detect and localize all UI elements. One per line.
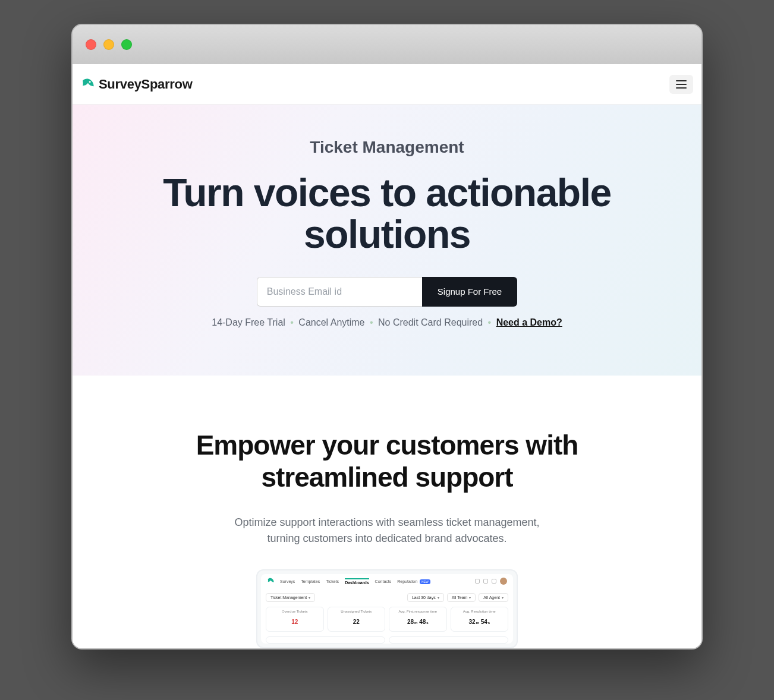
- section-heading: Empower your customers with streamlined …: [143, 429, 631, 494]
- svg-point-0: [89, 81, 91, 83]
- stat-unassigned: Unassigned Tickets 22: [328, 607, 386, 632]
- menu-button[interactable]: [669, 75, 693, 94]
- stat-resolution: Avg. Resolution time 32m 54s: [451, 607, 509, 632]
- top-nav: SurveySparrow: [73, 64, 701, 105]
- stat-value: 32m 54s: [468, 619, 490, 625]
- signup-button[interactable]: Signup For Free: [422, 277, 517, 307]
- sparrow-icon: [267, 577, 275, 585]
- window-titlebar: [73, 25, 701, 64]
- help-icon[interactable]: [492, 579, 496, 584]
- signup-form: Signup For Free: [96, 277, 678, 307]
- filter-date[interactable]: Last 30 days: [407, 593, 444, 602]
- stat-value: 22: [353, 619, 360, 625]
- expand-icon[interactable]: [475, 579, 480, 584]
- dashboard-header: Surveys Templates Tickets Dashboards Con…: [261, 574, 513, 588]
- minimize-icon[interactable]: [103, 39, 114, 50]
- support-section: Empower your customers with streamlined …: [73, 376, 701, 649]
- dashboard-preview: Surveys Templates Tickets Dashboards Con…: [256, 569, 518, 648]
- page-content: SurveySparrow Ticket Management Turn voi…: [73, 64, 701, 648]
- sparrow-icon: [81, 77, 96, 92]
- filter-team[interactable]: All Team: [447, 593, 476, 602]
- maximize-icon[interactable]: [121, 39, 132, 50]
- demo-link[interactable]: Need a Demo?: [496, 317, 562, 327]
- new-badge: NEW: [420, 579, 430, 584]
- tab-tickets[interactable]: Tickets: [326, 579, 339, 584]
- tab-contacts[interactable]: Contacts: [375, 579, 392, 584]
- chart-panel: [389, 636, 508, 644]
- stat-overdue: Overdue Tickets 12: [266, 607, 324, 632]
- tab-reputation[interactable]: Reputation NEW: [397, 579, 430, 584]
- tab-templates[interactable]: Templates: [301, 579, 320, 584]
- hero-headline: Turn voices to actionable solutions: [143, 172, 631, 256]
- avatar[interactable]: [500, 578, 507, 585]
- trial-text: 14-Day Free Trial: [212, 317, 285, 327]
- tab-surveys[interactable]: Surveys: [280, 579, 295, 584]
- stat-first-response: Avg. First response time 28m 48s: [389, 607, 447, 632]
- section-lead: Optimize support interactions with seaml…: [226, 515, 548, 547]
- email-input[interactable]: [257, 277, 422, 307]
- hero-subtext: 14-Day Free Trial • Cancel Anytime • No …: [96, 317, 678, 328]
- filter-agent[interactable]: All Agent: [479, 593, 508, 602]
- nocc-text: No Credit Card Required: [378, 317, 483, 327]
- close-icon[interactable]: [86, 39, 96, 50]
- stat-cards: Overdue Tickets 12 Unassigned Tickets 22…: [266, 607, 508, 632]
- hero-section: Ticket Management Turn voices to actiona…: [73, 105, 701, 376]
- dashboard-title-chip[interactable]: Ticket Management: [266, 593, 315, 602]
- brand-logo[interactable]: SurveySparrow: [81, 77, 193, 92]
- stat-value: 28m 48s: [407, 619, 429, 625]
- dashboard-tabs: Surveys Templates Tickets Dashboards Con…: [280, 578, 430, 585]
- chart-panel: [266, 636, 385, 644]
- hero-eyebrow: Ticket Management: [96, 138, 678, 157]
- brand-name: SurveySparrow: [99, 77, 193, 92]
- tab-dashboards[interactable]: Dashboards: [345, 578, 369, 585]
- cancel-text: Cancel Anytime: [298, 317, 364, 327]
- stat-value: 12: [291, 619, 298, 625]
- browser-window: SurveySparrow Ticket Management Turn voi…: [71, 24, 703, 649]
- gear-icon[interactable]: [483, 579, 488, 584]
- hamburger-icon: [676, 80, 687, 81]
